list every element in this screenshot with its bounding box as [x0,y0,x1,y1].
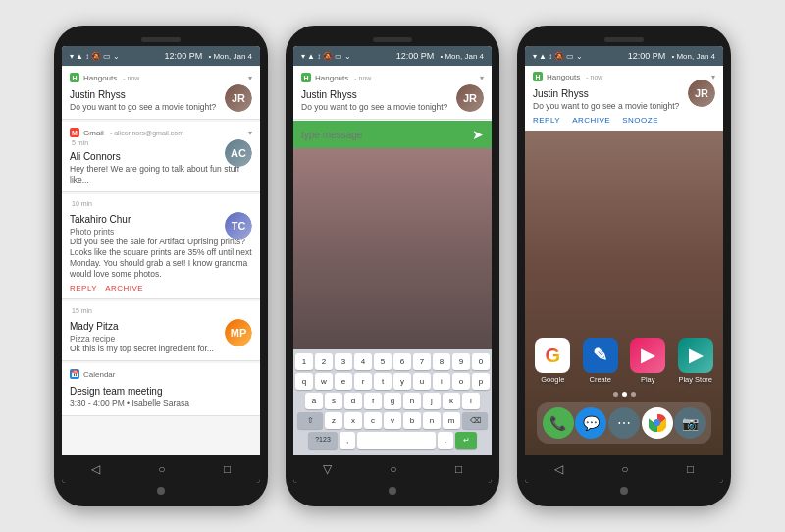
key-u[interactable]: u [413,373,431,390]
phone-dock-icon[interactable]: 📞 [543,407,574,439]
recents-btn-2[interactable]: □ [455,462,462,476]
key-w[interactable]: w [315,373,333,390]
key-a[interactable]: a [305,393,323,409]
key-4[interactable]: 4 [354,353,372,370]
key-backspace[interactable]: ⌫ [462,412,488,429]
status-date-2: • Mon, Jan 4 [438,52,484,61]
hangouts-app-name-1: Hangouts [83,74,117,82]
takahiro-archive-btn-1[interactable]: ARCHIVE [105,284,143,293]
keyboard-row-asdf: a s d f g h j k l [295,393,490,409]
hangouts-expand-3[interactable]: ▾ [711,73,715,81]
hangouts-time-2: - now [354,75,371,81]
calendar-app-name-1: Calendar [83,370,115,379]
key-y[interactable]: y [393,373,411,390]
sms-dock-icon[interactable]: 💬 [575,407,606,439]
key-r[interactable]: r [354,373,372,390]
key-d[interactable]: d [344,393,362,409]
home-btn-2[interactable]: ○ [390,462,396,476]
key-9[interactable]: 9 [452,353,470,370]
recents-btn-3[interactable]: □ [687,462,694,476]
reply-btn-3[interactable]: REPLY [533,116,560,125]
hangouts-expand-2[interactable]: ▾ [480,74,484,82]
key-z[interactable]: z [325,412,342,429]
key-t[interactable]: t [374,373,392,390]
back-btn-3[interactable]: ◁ [554,462,563,476]
key-symbols[interactable]: ?123 [308,432,338,449]
calendar-notification-1[interactable]: 📅 Calendar Design team meeting 3:30 - 4:… [62,363,260,416]
key-m[interactable]: m [443,412,460,429]
key-1[interactable]: 1 [295,353,313,370]
playstore-icon-3: ▶ [678,338,713,373]
home-btn-1[interactable]: ○ [158,462,165,476]
hangouts-avatar-2: JR [456,84,484,112]
key-k[interactable]: k [443,393,460,409]
key-s[interactable]: s [325,393,342,409]
key-j[interactable]: j [423,393,441,409]
back-btn-1[interactable]: ◁ [91,462,100,476]
phone-screen-3: ▾ ▲ ↕ 🔕 ▭ ⌄ 12:00 PM • Mon, Jan 4 H [525,46,723,483]
mady-notification-1[interactable]: 15 min Mady Pitza Pizza recipe Ok this i… [62,301,260,361]
key-g[interactable]: g [384,393,401,409]
key-space[interactable] [357,432,436,449]
home-content-3: G Google ✎ Create ▶ Play [525,286,723,455]
key-comma[interactable]: , [340,432,355,449]
key-o[interactable]: o [452,373,470,390]
mady-time-1: 15 min [72,307,92,314]
key-h[interactable]: h [403,393,421,409]
key-3[interactable]: 3 [335,353,352,370]
play-app-label: Play [641,375,655,384]
gmail-notification-1[interactable]: M Gmail - aliconnors@gmail.com ▾ 5 min A… [62,122,260,192]
key-x[interactable]: x [344,412,362,429]
signal-icon-3: ▲ [539,52,547,61]
key-c[interactable]: c [364,412,382,429]
dot-2 [622,392,627,397]
wifi-icon-2: ▾ [301,52,305,61]
key-period[interactable]: . [438,432,453,449]
key-l[interactable]: l [462,393,480,409]
archive-btn-3[interactable]: ARCHIVE [572,116,610,125]
key-7[interactable]: 7 [413,353,431,370]
key-2[interactable]: 2 [315,353,333,370]
recents-btn-1[interactable]: □ [224,462,231,476]
message-input-2[interactable] [301,130,468,140]
key-b[interactable]: b [403,412,421,429]
takahiro-notification-1[interactable]: 10 min Takahiro Chur Photo prints Did yo… [62,194,260,299]
key-6[interactable]: 6 [393,353,411,370]
camera-dock-icon[interactable]: 📷 [674,407,706,439]
key-e[interactable]: e [335,373,352,390]
gmail-expand-1[interactable]: ▾ [248,129,252,137]
hangouts-expand-1[interactable]: ▾ [248,74,252,82]
hangouts-time-3: - now [586,74,602,80]
key-n[interactable]: n [423,412,441,429]
key-5[interactable]: 5 [374,353,392,370]
hangouts-app-name-3: Hangouts [547,73,580,81]
key-0[interactable]: 0 [472,353,490,370]
key-shift[interactable]: ⇧ [297,412,323,429]
avatar-jr-2: JR [456,84,484,112]
takahiro-reply-btn-1[interactable]: REPLY [70,284,97,293]
key-f[interactable]: f [364,393,382,409]
play-app-icon-wrap[interactable]: ▶ Play [628,338,668,384]
home-btn-3[interactable]: ○ [621,462,628,476]
key-v[interactable]: v [384,412,401,429]
hangouts-notification-2[interactable]: H Hangouts - now ▾ Justin Rhyss Do you w… [293,67,492,120]
calendar-time-1: 3:30 - 4:00 PM • Isabelle Sarasa [70,399,252,409]
apps-dock-icon[interactable]: ⋯ [608,407,640,439]
key-p[interactable]: p [472,373,490,390]
key-enter[interactable]: ↵ [455,432,477,449]
send-button-2[interactable]: ➤ [472,127,484,142]
snooze-btn-3[interactable]: SNOOZE [622,116,658,125]
back-btn-2[interactable]: ▽ [323,462,332,476]
google-app-icon-wrap[interactable]: G Google [533,338,573,384]
chrome-dock-icon[interactable] [642,407,673,439]
takahiro-message-1: Did you see the sale for Artifact Uprisi… [70,237,252,280]
key-i[interactable]: i [433,373,450,390]
create-app-icon-wrap[interactable]: ✎ Create [581,338,621,384]
key-q[interactable]: q [295,373,313,390]
hangouts-notification-1[interactable]: H Hangouts - now ▾ Justin Rhyss Do you w… [62,67,260,120]
key-8[interactable]: 8 [433,353,450,370]
google-app-label: Google [541,375,564,384]
playstore-app-icon-wrap[interactable]: ▶ Play Store [676,338,716,384]
home-hangouts-notification[interactable]: H Hangouts - now ▾ Justin Rhyss Do you w… [525,66,723,131]
home-screen-3: G Google ✎ Create ▶ Play [525,131,723,455]
